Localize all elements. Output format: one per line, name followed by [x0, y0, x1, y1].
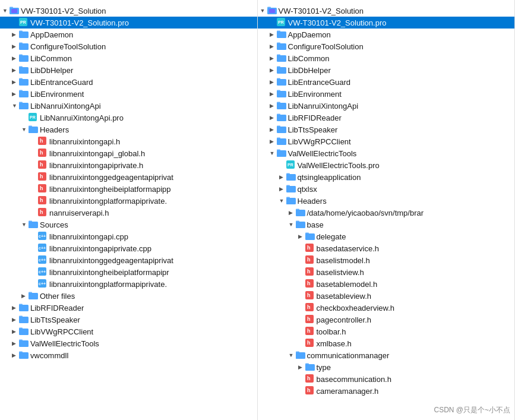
tree-item-left-libnanrui-pro[interactable]: PR LibNanruiXintongApi.pro [0, 112, 257, 124]
tree-item-right-type[interactable]: type [258, 361, 515, 373]
item-label: ValWellElectricTools [288, 149, 357, 158]
expand-arrow [289, 352, 296, 358]
header-file-icon: h [38, 172, 48, 182]
item-label: LibTtsSpeaker [30, 315, 80, 324]
item-label: pagecontroller.h [317, 315, 372, 324]
tree-item-right-datapath[interactable]: /data/home/yicaobao/svn/tmp/brar [258, 207, 515, 219]
tree-item-left-libcommon[interactable]: LibCommon [0, 52, 257, 64]
tree-item-left-h1[interactable]: h libnanruixintongapi.h [0, 135, 257, 147]
tree-item-left-libentranceguard[interactable]: LibEntranceGuard [0, 76, 257, 88]
tree-item-left-libvwg[interactable]: LibVWgRPCClient [0, 326, 257, 337]
tree-item-right-baselistview[interactable]: h baselistview.h [258, 266, 515, 278]
tree-item-right-pagecontroller[interactable]: h pagecontroller.h [258, 314, 515, 326]
tree-item-left-valwell[interactable]: ValWellElectricTools [0, 337, 257, 349]
svg-text:h: h [40, 209, 43, 215]
tree-item-left-libenvironment[interactable]: LibEnvironment [0, 88, 257, 100]
svg-text:h: h [307, 245, 311, 251]
tree-item-right-qtsingle[interactable]: qtsingleapplication [258, 171, 515, 183]
collapse-arrow [270, 127, 277, 132]
tree-item-left-librfid[interactable]: LibRFIDReader [0, 302, 257, 314]
tree-item-right-delegate[interactable]: delegate [258, 230, 515, 242]
header-file-icon: h [38, 137, 48, 146]
svg-rect-7 [19, 31, 23, 33]
folder-icon [305, 362, 315, 372]
item-label: libnanruixintongplatformapiprivate. [49, 280, 167, 289]
tree-item-right-xmlbase[interactable]: h xmlbase.h [258, 337, 515, 349]
folder-open-icon [296, 350, 305, 360]
tree-item-left-vwcommdll[interactable]: vwcommdll [0, 349, 257, 361]
tree-item-left-cpp2[interactable]: c++ libnanruixintongapiprivate.cpp [0, 242, 257, 254]
tree-item-left-appdaemon[interactable]: AppDaemon [0, 29, 257, 40]
tree-item-left-pro[interactable]: PR VW-T30101-V2_Solution.pro [0, 17, 257, 29]
folder-open-icon [277, 149, 286, 158]
svg-rect-127 [296, 209, 299, 211]
tree-item-left-h4[interactable]: h libnanruixintonggedgeagentapiprivat [0, 171, 257, 183]
tree-item-left-h5[interactable]: h libnanruixintongheibeiplatformapipp [0, 183, 257, 195]
collapse-arrow [270, 67, 277, 73]
tree-item-right-toolbar[interactable]: h toolbar.h [258, 326, 515, 337]
tree-item-left-h2[interactable]: h libnanruixintongapi_global.h [0, 147, 257, 159]
tree-item-right-checkboxheaderview[interactable]: h checkboxheaderview.h [258, 302, 515, 314]
tree-item-left-h3[interactable]: h libnanruixintongapiprivate.h [0, 159, 257, 171]
tree-item-right-headers[interactable]: Headers [258, 195, 515, 207]
collapse-arrow [12, 91, 19, 97]
collapse-arrow [21, 293, 29, 299]
tree-item-right-librfid[interactable]: LibRFIDReader [258, 112, 515, 124]
tree-item-left-cpp4[interactable]: c++ libnanruixintongheibeiplatformapipr [0, 266, 257, 278]
tree-item-right-libentranceguard[interactable]: LibEntranceGuard [258, 76, 515, 88]
collapse-arrow [12, 340, 19, 346]
pro-file-icon: PR [286, 160, 296, 170]
tree-item-left-sources[interactable]: Sources [0, 219, 257, 230]
tree-item-right-libenvironment[interactable]: LibEnvironment [258, 88, 515, 100]
tree-item-left-configure[interactable]: ConfigureToolSolution [0, 40, 257, 52]
tree-item-right-basedataservice[interactable]: h basedataservice.h [258, 242, 515, 254]
tree-item-left-otherfiles[interactable]: Other files [0, 290, 257, 302]
svg-text:h: h [307, 375, 311, 381]
item-label: LibTtsSpeaker [288, 125, 338, 134]
tree-item-right-basecommunication[interactable]: h basecommunication.h [258, 373, 515, 385]
expand-arrow [279, 198, 286, 204]
tree-item-right-configure[interactable]: ConfigureToolSolution [258, 40, 515, 52]
tree-item-right-valwell-pro[interactable]: PR ValWellElectricTools.pro [258, 159, 515, 171]
tree-item-right-basetablemodel[interactable]: h basetablemodel.h [258, 278, 515, 290]
item-label: ConfigureToolSolution [288, 42, 364, 51]
svg-text:c++: c++ [39, 258, 46, 262]
collapse-arrow [270, 43, 277, 49]
tree-item-right-appdaemon[interactable]: AppDaemon [258, 29, 515, 40]
collapse-arrow [298, 364, 305, 370]
tree-item-right-cameramanager[interactable]: h cameramanager.h [258, 385, 515, 397]
tree-item-right-qtxlsx[interactable]: qtxlsx [258, 183, 515, 195]
tree-item-right-libtts[interactable]: LibTtsSpeaker [258, 124, 515, 135]
tree-item-right-basetableview[interactable]: h basetableview.h [258, 290, 515, 302]
tree-item-right-commmanager[interactable]: communicationmanager [258, 349, 515, 361]
tree-item-left-root[interactable]: VW-T30101-V2_Solution [0, 5, 257, 17]
tree-item-left-cpp5[interactable]: c++ libnanruixintongplatformapiprivate. [0, 278, 257, 290]
item-label: basetablemodel.h [317, 280, 378, 289]
tree-item-left-cpp3[interactable]: c++ libnanruixintonggedgeagentapiprivat [0, 254, 257, 266]
tree-item-left-h7[interactable]: h nanruiserverapi.h [0, 207, 257, 219]
tree-item-left-libdbhelper[interactable]: LibDbHelper [0, 64, 257, 76]
tree-item-right-pro[interactable]: PR VW-T30101-V2_Solution.pro [258, 17, 515, 29]
tree-item-right-base[interactable]: base [258, 219, 515, 230]
svg-text:PR: PR [287, 163, 293, 167]
right-panel: VW-T30101-V2_Solution PR VW-T30101-V2_So… [258, 0, 516, 420]
tree-item-left-headers[interactable]: Headers [0, 124, 257, 135]
item-label: qtxlsx [298, 185, 317, 194]
cpp-file-icon: c++ [38, 255, 48, 265]
tree-item-left-h6[interactable]: h libnanruixintongplatformapiprivate. [0, 195, 257, 207]
tree-item-left-libnanrui[interactable]: LibNanruiXintongApi [0, 100, 257, 112]
folder-icon [19, 65, 29, 75]
tree-item-right-valwell[interactable]: ValWellElectricTools [258, 147, 515, 159]
tree-item-right-libdbhelper[interactable]: LibDbHelper [258, 64, 515, 76]
item-label: libnanruixintongheibeiplatformapipp [49, 185, 171, 194]
tree-item-right-libvwg[interactable]: LibVWgRPCClient [258, 135, 515, 147]
svg-rect-98 [277, 90, 280, 92]
header-file-icon: h [38, 208, 48, 217]
tree-item-right-root[interactable]: VW-T30101-V2_Solution [258, 5, 515, 17]
tree-item-left-libtts[interactable]: LibTtsSpeaker [0, 314, 257, 326]
tree-item-right-baselistmodel[interactable]: h baselistmodel.h [258, 254, 515, 266]
tree-item-left-cpp1[interactable]: c++ libnanruixintongapi.cpp [0, 230, 257, 242]
tree-item-right-libcommon[interactable]: LibCommon [258, 52, 515, 64]
folder-icon [19, 42, 29, 51]
tree-item-right-libnanrui[interactable]: LibNanruiXintongApi [258, 100, 515, 112]
